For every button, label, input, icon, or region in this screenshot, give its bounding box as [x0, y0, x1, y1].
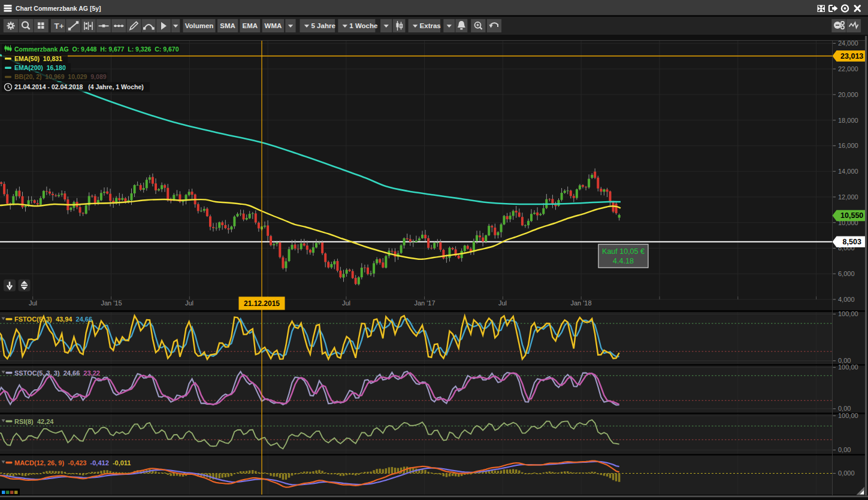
- svg-text:Kauf 10,05 €: Kauf 10,05 €: [602, 247, 645, 256]
- svg-text:22,000: 22,000: [838, 65, 858, 72]
- svg-text:5 Jahre: 5 Jahre: [311, 22, 335, 29]
- svg-text:16,000: 16,000: [838, 142, 858, 149]
- svg-text:20,000: 20,000: [838, 91, 858, 98]
- svg-text:Extras: Extras: [420, 22, 441, 29]
- svg-text:Commerzbank AG O: 9,448 H: 9: Commerzbank AG O: 9,448 H: 9,677 L: 9,32…: [14, 46, 179, 53]
- svg-text:RSI(8) 42,24: RSI(8) 42,24: [14, 418, 54, 425]
- svg-text:21.12.2015: 21.12.2015: [244, 299, 280, 308]
- svg-text:EMA(50) 10,831: EMA(50) 10,831: [14, 55, 62, 62]
- svg-text:SSTOC(5, 3, 3) 24,66 23,22: SSTOC(5, 3, 3) 24,66 23,22: [14, 369, 100, 377]
- svg-text:Jul: Jul: [498, 299, 507, 307]
- svg-text:EMA: EMA: [243, 22, 258, 29]
- svg-text:Jan '15: Jan '15: [101, 299, 122, 307]
- svg-text:WMA: WMA: [265, 22, 282, 29]
- svg-text:14,000: 14,000: [838, 168, 858, 175]
- svg-text:0,000: 0,000: [838, 469, 855, 477]
- svg-text:EMA(200) 16,180: EMA(200) 16,180: [14, 64, 66, 71]
- svg-text:12,000: 12,000: [838, 193, 858, 201]
- svg-text:100,00: 100,00: [838, 310, 858, 317]
- svg-text:Jul: Jul: [29, 299, 37, 307]
- svg-text:FSTOC(5, 3) 43,94 24,66: FSTOC(5, 3) 43,94 24,66: [14, 316, 92, 323]
- svg-text:Jul: Jul: [342, 299, 350, 307]
- svg-text:100,00: 100,00: [838, 412, 858, 419]
- svg-text:Jan '17: Jan '17: [414, 299, 435, 307]
- svg-text:23,013: 23,013: [840, 52, 863, 60]
- svg-text:8,503: 8,503: [843, 238, 861, 246]
- svg-text:BB(20, 2) 10,969 10,029 9,0: BB(20, 2) 10,969 10,029 9,089: [14, 73, 107, 80]
- svg-text:100,00: 100,00: [838, 363, 858, 371]
- svg-text:0,00: 0,00: [838, 405, 851, 412]
- svg-text:SMA: SMA: [220, 22, 235, 29]
- svg-text:1 Woche: 1 Woche: [349, 22, 377, 29]
- svg-text:24,000: 24,000: [838, 40, 858, 47]
- svg-text:Volumen: Volumen: [185, 22, 214, 29]
- svg-text:T+: T+: [55, 22, 64, 31]
- svg-text:4.4.18: 4.4.18: [613, 257, 634, 265]
- svg-text:6,000: 6,000: [838, 270, 855, 277]
- svg-text:0,00: 0,00: [838, 446, 851, 453]
- svg-text:Jul: Jul: [185, 299, 193, 307]
- svg-text:10,550: 10,550: [840, 211, 863, 220]
- svg-text:MACD(12, 26, 9) -0,423 -0,41: MACD(12, 26, 9) -0,423 -0,412 -0,011: [14, 459, 131, 466]
- svg-text:21.04.2014 - 02.04.2018 (4 J: 21.04.2014 - 02.04.2018 (4 Jahre, 1 Woch…: [14, 83, 144, 90]
- svg-text:4,000: 4,000: [838, 296, 855, 303]
- svg-text:18,000: 18,000: [838, 117, 858, 124]
- svg-text:Chart Commerzbank AG [5y]: Chart Commerzbank AG [5y]: [16, 5, 101, 12]
- svg-text:Jan '18: Jan '18: [570, 299, 591, 307]
